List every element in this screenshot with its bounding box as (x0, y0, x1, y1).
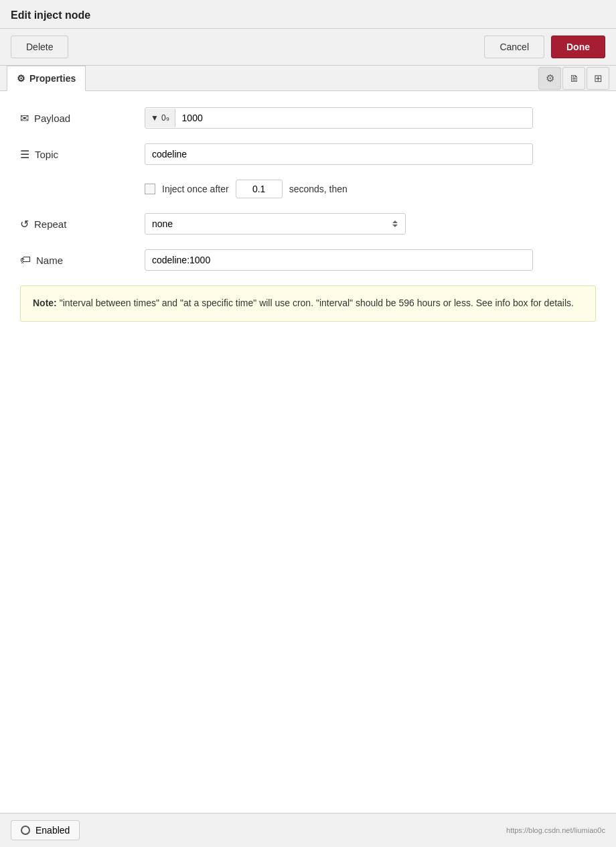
name-row: 🏷 Name (20, 249, 596, 271)
enabled-button[interactable]: Enabled (11, 820, 80, 840)
footer-url: https://blog.csdn.net/liumiao0c (506, 826, 605, 834)
properties-gear-icon: ⚙ (17, 73, 25, 84)
payload-row: ✉ Payload ▼ 0₉ (20, 107, 596, 129)
done-button[interactable]: Done (551, 36, 605, 58)
gear-icon: ⚙ (546, 72, 554, 84)
inject-once-suffix: seconds, then (289, 184, 348, 194)
payload-value-input[interactable] (175, 108, 532, 128)
layout-icon: ⊞ (594, 72, 603, 84)
tab-icons-group: ⚙ 🗎 ⊞ (538, 67, 609, 90)
name-input[interactable] (145, 249, 533, 271)
topic-input[interactable] (145, 143, 533, 165)
repeat-select[interactable]: none interval interval between times at … (145, 213, 406, 235)
repeat-row: ↺ Repeat none interval interval between … (20, 213, 596, 235)
enabled-circle-icon (21, 826, 30, 835)
tab-icon-gear[interactable]: ⚙ (538, 67, 561, 90)
enabled-label: Enabled (35, 825, 70, 836)
properties-tab-label: Properties (29, 73, 76, 84)
name-icon: 🏷 (20, 254, 31, 266)
payload-type-button[interactable]: ▼ 0₉ (145, 109, 175, 127)
repeat-select-wrapper: none interval interval between times at … (145, 213, 533, 235)
tab-icon-layout[interactable]: ⊞ (587, 67, 609, 90)
tabs-area: ⚙ Properties ⚙ 🗎 ⊞ (0, 66, 616, 91)
delete-button[interactable]: Delete (11, 36, 68, 58)
button-bar: Delete Cancel Done (0, 29, 616, 66)
payload-label: ✉ Payload (20, 112, 134, 125)
payload-type-label: 0₉ (161, 113, 169, 123)
dialog-title: Edit inject node (11, 9, 605, 21)
repeat-label: ↺ Repeat (20, 218, 134, 231)
inject-once-checkbox[interactable] (145, 184, 155, 194)
inject-once-row: Inject once after seconds, then (145, 180, 596, 198)
doc-icon: 🗎 (569, 72, 579, 84)
topic-row: ☰ Topic (20, 143, 596, 165)
inject-once-seconds-input[interactable] (236, 180, 283, 198)
dialog-header: Edit inject node (0, 0, 616, 29)
note-text: "interval between times" and "at a speci… (57, 298, 574, 308)
tab-icon-doc[interactable]: 🗎 (562, 67, 585, 90)
tab-properties[interactable]: ⚙ Properties (7, 66, 86, 91)
edit-inject-dialog: Edit inject node Delete Cancel Done ⚙ Pr… (0, 0, 616, 847)
content-area: ✉ Payload ▼ 0₉ ☰ Topic Inject once after (0, 91, 616, 813)
cancel-button[interactable]: Cancel (484, 36, 544, 58)
payload-icon: ✉ (20, 112, 29, 125)
name-label: 🏷 Name (20, 254, 134, 266)
note-bold: Note: (33, 298, 57, 308)
inject-once-label: Inject once after (162, 184, 229, 194)
topic-icon: ☰ (20, 148, 29, 161)
note-box: Note: "interval between times" and "at a… (20, 285, 596, 322)
topic-label: ☰ Topic (20, 148, 134, 161)
footer-bar: Enabled https://blog.csdn.net/liumiao0c (0, 813, 616, 847)
payload-input-group: ▼ 0₉ (145, 107, 533, 129)
repeat-icon: ↺ (20, 218, 29, 231)
dropdown-arrow-icon: ▼ (151, 113, 159, 123)
